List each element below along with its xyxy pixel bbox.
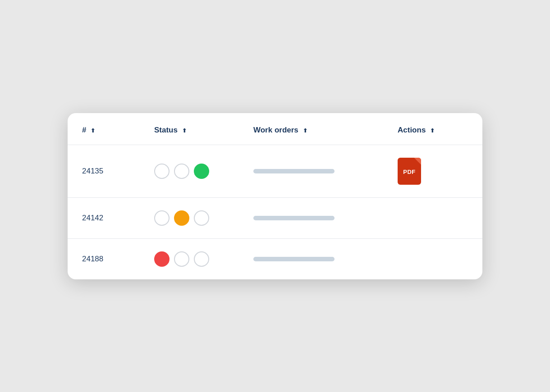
- column-actions-label: Actions: [398, 126, 426, 134]
- status-circles-row-1: [154, 164, 225, 179]
- sort-icon-hash: ⬆: [91, 128, 95, 134]
- sort-icon-status: ⬆: [182, 128, 187, 134]
- status-circles-row-2: [154, 210, 225, 226]
- column-header-actions[interactable]: Actions ⬆: [383, 113, 482, 145]
- main-card: # ⬆ Status ⬆ Work orders ⬆ Actions ⬆ 241…: [68, 113, 482, 279]
- status-circle-green[interactable]: [194, 164, 209, 179]
- work-order-bar: [253, 216, 335, 220]
- row-number-24135: 24135: [82, 167, 103, 175]
- row-number-24188: 24188: [82, 255, 103, 263]
- status-circle-empty[interactable]: [154, 210, 170, 226]
- status-circle-empty[interactable]: [154, 164, 170, 179]
- work-order-bar: [253, 257, 335, 261]
- pdf-download-button[interactable]: PDF: [398, 158, 421, 185]
- table-row: 24135PDF: [68, 145, 482, 197]
- status-circle-empty[interactable]: [194, 251, 209, 267]
- data-table: # ⬆ Status ⬆ Work orders ⬆ Actions ⬆ 241…: [68, 113, 482, 279]
- column-header-work-orders[interactable]: Work orders ⬆: [239, 113, 383, 145]
- status-circle-empty[interactable]: [174, 164, 189, 179]
- table-row: 24142: [68, 197, 482, 238]
- column-header-status[interactable]: Status ⬆: [140, 113, 239, 145]
- status-circle-empty[interactable]: [194, 210, 209, 226]
- table-header-row: # ⬆ Status ⬆ Work orders ⬆ Actions ⬆: [68, 113, 482, 145]
- status-circle-empty[interactable]: [174, 251, 189, 267]
- status-circle-orange[interactable]: [174, 210, 189, 226]
- column-work-orders-label: Work orders: [253, 126, 298, 134]
- sort-icon-work-orders: ⬆: [303, 128, 307, 134]
- table-row: 24188: [68, 238, 482, 279]
- pdf-label: PDF: [403, 169, 416, 175]
- column-header-hash[interactable]: # ⬆: [68, 113, 140, 145]
- status-circles-row-3: [154, 251, 225, 267]
- column-hash-label: #: [82, 126, 86, 134]
- row-number-24142: 24142: [82, 214, 103, 222]
- status-circle-red[interactable]: [154, 251, 170, 267]
- work-order-bar: [253, 169, 335, 173]
- column-status-label: Status: [154, 126, 178, 134]
- sort-icon-actions: ⬆: [430, 128, 435, 134]
